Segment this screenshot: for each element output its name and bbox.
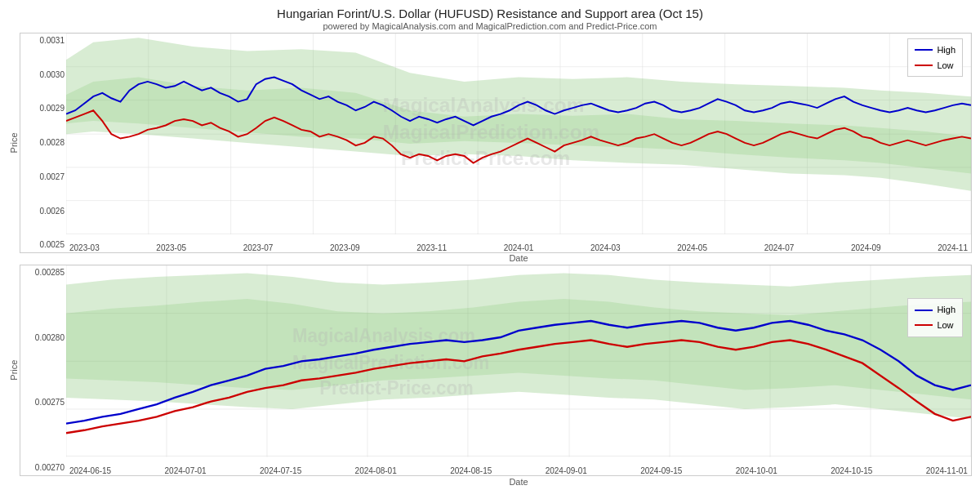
svg-text:MagicalAnalysis.com: MagicalAnalysis.com: [292, 325, 475, 347]
bottom-x-tick-8: 2024-10-01: [736, 466, 777, 475]
top-chart-area: 0.0031 0.0030 0.0029 0.0028 0.0027 0.002…: [20, 33, 972, 253]
bottom-chart-wrapper: Price 0.00285 0.00280 0.00275 0.00270: [8, 265, 972, 476]
bottom-chart-inner: MagicalAnalysis.com MagicalPrediction.co…: [66, 265, 971, 457]
bottom-chart-area: 0.00285 0.00280 0.00275 0.00270: [20, 265, 972, 476]
bottom-x-axis-label: Date: [65, 477, 972, 487]
top-y-tick-2: 0.0030: [22, 71, 65, 79]
bottom-x-tick-4: 2024-08-01: [355, 466, 397, 475]
bottom-x-tick-9: 2024-10-15: [831, 466, 872, 475]
svg-text:MagicalPrediction.com: MagicalPrediction.com: [292, 351, 489, 373]
bottom-x-tick-1: 2024-06-15: [69, 466, 111, 475]
top-x-tick-6: 2024-01: [504, 243, 534, 252]
top-y-tick-6: 0.0026: [22, 207, 65, 216]
bottom-y-ticks: 0.00285 0.00280 0.00275 0.00270: [20, 265, 66, 475]
bottom-x-tick-6: 2024-09-01: [546, 466, 587, 475]
top-x-tick-10: 2024-09: [851, 243, 881, 252]
bottom-y-tick-4: 0.00270: [22, 464, 65, 472]
bottom-legend-high-label: High: [937, 302, 956, 318]
bottom-x-tick-2: 2024-07-01: [165, 466, 207, 475]
bottom-y-tick-1: 0.00285: [22, 269, 65, 277]
top-y-tick-4: 0.0028: [22, 139, 65, 147]
top-x-tick-4: 2023-09: [330, 243, 360, 252]
top-y-tick-5: 0.0027: [22, 173, 65, 181]
top-x-tick-1: 2023-03: [69, 243, 100, 252]
bottom-x-axis: 2024-06-15 2024-07-01 2024-07-15 2024-08…: [66, 457, 971, 475]
subtitle: powered by MagicalAnalysis.com and Magic…: [8, 21, 972, 31]
bottom-chart-svg: MagicalAnalysis.com MagicalPrediction.co…: [66, 265, 971, 457]
top-x-tick-3: 2023-07: [243, 243, 274, 252]
top-legend: High Low: [907, 38, 963, 77]
top-y-tick-3: 0.0029: [22, 105, 65, 113]
bottom-x-tick-7: 2024-09-15: [640, 466, 682, 475]
top-chart-wrapper: Price 0.0031 0.0030 0.0029 0.0028 0.0027…: [8, 33, 972, 253]
bottom-legend: High Low: [907, 298, 963, 336]
top-y-tick-1: 0.0031: [22, 37, 65, 45]
bottom-legend-low: Low: [915, 318, 956, 333]
bottom-y-axis-label: Price: [8, 265, 20, 476]
top-legend-low: Low: [915, 58, 956, 74]
top-y-tick-7: 0.0025: [22, 241, 65, 249]
top-x-axis-label: Date: [65, 253, 972, 263]
top-x-tick-2: 2023-05: [156, 243, 186, 252]
top-y-ticks: 0.0031 0.0030 0.0029 0.0028 0.0027 0.002…: [20, 33, 66, 252]
top-x-axis: 2023-03 2023-05 2023-07 2023-09 2023-11 …: [66, 234, 971, 252]
charts-container: Price 0.0031 0.0030 0.0029 0.0028 0.0027…: [8, 33, 972, 487]
top-x-tick-7: 2024-03: [590, 243, 621, 252]
bottom-y-tick-3: 0.00275: [22, 399, 65, 407]
top-x-tick-9: 2024-07: [764, 243, 795, 252]
top-x-tick-8: 2024-05: [677, 243, 707, 252]
top-x-tick-11: 2024-11: [938, 243, 968, 252]
main-title: Hungarian Forint/U.S. Dollar (HUFUSD) Re…: [8, 7, 972, 20]
top-legend-low-label: Low: [937, 58, 953, 74]
top-chart-svg: MagicalAnalysis.com MagicalPrediction.co…: [66, 33, 971, 234]
bottom-x-tick-5: 2024-08-15: [450, 466, 492, 475]
top-x-tick-5: 2023-11: [416, 243, 447, 252]
low-line-icon: [915, 65, 933, 66]
bottom-high-line-icon: [915, 310, 933, 311]
top-legend-high-label: High: [937, 42, 956, 58]
bottom-x-tick-3: 2024-07-15: [260, 466, 301, 475]
bottom-low-line-icon: [915, 324, 933, 326]
high-line-icon: [915, 49, 933, 51]
top-y-axis-label: Price: [8, 33, 20, 253]
bottom-y-tick-2: 0.00280: [22, 334, 65, 342]
bottom-x-tick-10: 2024-11-01: [926, 466, 968, 475]
header: Hungarian Forint/U.S. Dollar (HUFUSD) Re…: [8, 7, 972, 31]
bottom-legend-low-label: Low: [937, 318, 953, 333]
svg-text:MagicalPrediction.com: MagicalPrediction.com: [383, 121, 599, 143]
top-chart-inner: MagicalAnalysis.com MagicalPrediction.co…: [66, 33, 971, 234]
svg-text:Predict-Price.com: Predict-Price.com: [401, 147, 570, 169]
top-legend-high: High: [915, 42, 956, 58]
svg-text:Predict-Price.com: Predict-Price.com: [319, 377, 473, 399]
page-container: Hungarian Forint/U.S. Dollar (HUFUSD) Re…: [0, 0, 980, 490]
bottom-legend-high: High: [915, 302, 956, 318]
